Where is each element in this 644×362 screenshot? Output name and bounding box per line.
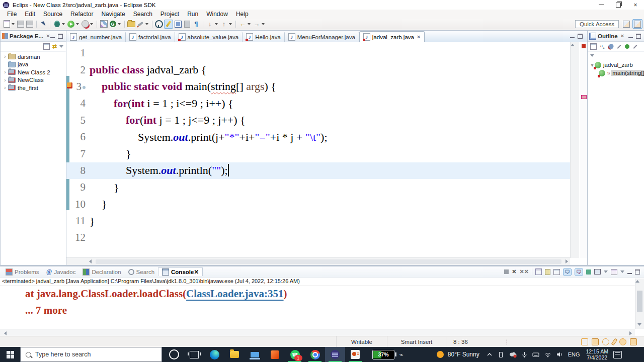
pin-console-icon[interactable] (586, 269, 591, 275)
edge-button[interactable] (204, 347, 224, 362)
menu-navigate[interactable]: Navigate (97, 10, 129, 19)
cortana-button[interactable] (164, 347, 184, 362)
display-console-icon[interactable] (594, 269, 601, 275)
eclipse-button[interactable] (325, 347, 345, 362)
code-line-11[interactable]: 11} (66, 213, 570, 229)
expand-arrow-icon[interactable]: › (3, 77, 8, 83)
console-tab-declaration[interactable]: Declaration (79, 268, 124, 276)
overview-error-marker[interactable] (581, 95, 587, 99)
outline-close-icon[interactable]: ✕ (620, 33, 624, 39)
sort-icon[interactable]: az (600, 43, 605, 50)
hide-static-icon[interactable] (617, 45, 621, 49)
previous-annotation-icon[interactable]: ↑ (220, 20, 228, 28)
editor-horizontal-scrollbar[interactable] (66, 257, 570, 265)
status-icon-6[interactable] (630, 338, 637, 345)
code-line-10[interactable]: 10} (66, 196, 570, 213)
tree-item-java[interactable]: java (3, 61, 66, 69)
package-explorer-tab[interactable]: Package E... (10, 33, 43, 39)
hide-local-types-icon[interactable] (633, 45, 637, 49)
code-line-3[interactable]: 3public static void main(string[] args) … (66, 78, 570, 95)
code-line-7[interactable]: 7} (66, 145, 570, 162)
status-icon-3[interactable] (602, 338, 609, 345)
coverage-icon[interactable] (81, 20, 89, 28)
editor-vertical-scrollbar[interactable] (570, 42, 579, 258)
menu-project[interactable]: Project (156, 10, 183, 19)
debug-icon-dropdown[interactable] (62, 23, 65, 25)
code-line-6[interactable]: 6System.out.print(j+"*"+i+"="+i * j + "\… (66, 129, 570, 145)
menu-file[interactable]: File (3, 10, 21, 19)
open-console-icon[interactable] (611, 269, 617, 275)
error-quickfix-marker-icon[interactable] (67, 82, 72, 88)
open-type-icon-dropdown[interactable] (118, 23, 121, 25)
quick-access-box[interactable]: Quick Access (575, 20, 619, 28)
hide-fields-icon[interactable] (607, 43, 615, 51)
view-menu-icon[interactable] (59, 45, 63, 48)
next-annotation-icon[interactable]: ↓ (206, 20, 214, 28)
minimize-console-icon[interactable] (627, 269, 632, 274)
perspective-java-icon[interactable] (632, 19, 642, 29)
office-button[interactable] (265, 347, 285, 362)
whatsapp-button[interactable]: ☎1 (285, 347, 305, 362)
console-output[interactable]: at java.lang.ClassLoader.loadClass(Class… (0, 286, 635, 329)
taskbar-search-input[interactable]: Type here to search (20, 347, 162, 362)
outline-class-row[interactable]: ▾ jadval_zarb (590, 61, 644, 69)
tray-chevron-icon[interactable] (487, 352, 493, 356)
outline-method-row[interactable]: S main(string[] (590, 69, 644, 77)
code-line-9[interactable]: 9} (66, 179, 570, 196)
next-annotation-icon-dropdown[interactable] (215, 23, 218, 25)
start-button[interactable] (0, 347, 20, 362)
open-resource-icon[interactable] (127, 20, 135, 28)
tree-item-the_first[interactable]: ›the_first (3, 84, 66, 92)
powerpoint-button[interactable] (345, 347, 365, 362)
maximize-console-icon[interactable] (635, 269, 640, 275)
mark-occurrences-icon[interactable] (164, 20, 173, 29)
close-button[interactable]: × (627, 0, 644, 10)
code-line-5[interactable]: 5for(int j = 1 ; j<=9 ; j++) { (66, 112, 570, 129)
tray-device-icon[interactable] (498, 351, 504, 358)
display-console-menu-icon[interactable] (604, 270, 608, 273)
code-line-8[interactable]: 8System.out.println(""); (66, 162, 570, 179)
menu-window[interactable]: Window (202, 10, 232, 19)
tray-onedrive-error-icon[interactable] (509, 351, 517, 358)
menu-refactor[interactable]: Refactor (66, 10, 97, 19)
file-explorer-button[interactable] (224, 347, 245, 362)
show-whitespace-icon[interactable]: ¶ (192, 20, 200, 28)
status-icon-4[interactable] (611, 338, 618, 346)
remove-all-launches-icon[interactable]: ✕✕ (520, 268, 529, 275)
open-console-menu-icon[interactable] (620, 270, 624, 273)
link-with-editor-icon[interactable]: ⇄ (52, 43, 57, 50)
status-icon-2[interactable] (592, 338, 599, 345)
expand-arrow-icon[interactable]: › (3, 54, 8, 59)
save-all-icon[interactable] (26, 20, 34, 28)
console-tab-search[interactable]: Search (125, 268, 158, 276)
maximize-editor-icon[interactable] (578, 34, 583, 39)
code-line-4[interactable]: 4for(int i = 1 ; i<=9 ; i++) { (66, 95, 570, 112)
editor-tab-get_number-java[interactable]: Jget_number.java (66, 32, 126, 42)
hide-non-public-icon[interactable] (625, 44, 629, 49)
remove-launch-icon[interactable]: ✕ (512, 268, 516, 275)
task-view-button[interactable] (184, 347, 204, 362)
editor-tab-jadval_zarb-java[interactable]: Jjadval_zarb.java✕ (359, 31, 425, 42)
minimize-outline-icon[interactable] (628, 34, 633, 38)
clear-console-icon[interactable] (535, 268, 542, 275)
editor-tab-MenuForManager-java[interactable]: JMenuForManager.java (285, 32, 359, 42)
tree-item-darsman[interactable]: ›darsman (3, 53, 66, 61)
menu-edit[interactable]: Edit (21, 10, 39, 19)
previous-annotation-icon-dropdown[interactable] (229, 23, 232, 25)
menu-run[interactable]: Run (183, 10, 202, 19)
tray-volume-icon[interactable] (556, 351, 563, 357)
minimize-view-icon[interactable] (50, 34, 55, 38)
open-type-icon[interactable]: G (109, 20, 117, 28)
minimize-button[interactable] (593, 0, 610, 10)
tray-touch-keyboard-icon[interactable] (532, 352, 539, 357)
menu-search[interactable]: Search (129, 10, 156, 19)
new-java-project-icon[interactable] (100, 20, 108, 28)
console-tab-javadoc[interactable]: @Javadoc (43, 268, 79, 276)
scroll-lock-icon[interactable] (545, 269, 550, 275)
code-line-1[interactable]: 1 (66, 45, 570, 61)
word-wrap-icon[interactable] (553, 269, 560, 275)
pointer-icon[interactable] (39, 20, 47, 28)
forward-icon-dropdown[interactable] (262, 23, 265, 25)
collapse-all-icon[interactable] (43, 43, 50, 50)
tree-item-newclass[interactable]: ›NewClass (3, 76, 66, 84)
